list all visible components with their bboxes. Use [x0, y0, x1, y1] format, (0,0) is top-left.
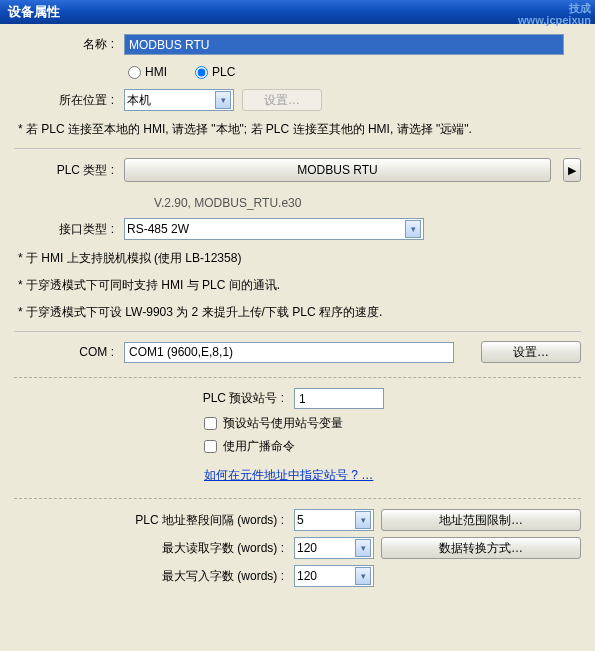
- divider: [14, 331, 581, 333]
- station-input[interactable]: [294, 388, 384, 409]
- radio-hmi[interactable]: HMI: [128, 65, 167, 79]
- chevron-down-icon: [355, 539, 371, 557]
- iface-select[interactable]: RS-485 2W: [124, 218, 424, 240]
- addr-write-label: 最大写入字数 (words) :: [14, 568, 294, 585]
- titlebar: 设备属性 技成 www.jcpeixun: [0, 0, 595, 24]
- plc-type-label: PLC 类型 :: [14, 162, 124, 179]
- plc-version-text: V.2.90, MODBUS_RTU.e30: [14, 192, 581, 218]
- divider: [14, 148, 581, 150]
- plc-type-button[interactable]: MODBUS RTU: [124, 158, 551, 182]
- addr-write-select[interactable]: 120: [294, 565, 374, 587]
- name-input[interactable]: [124, 34, 564, 55]
- divider-dashed: [14, 498, 581, 499]
- station-help-link[interactable]: 如何在元件地址中指定站号 ? …: [204, 467, 373, 484]
- location-select[interactable]: 本机: [124, 89, 234, 111]
- iface-label: 接口类型 :: [14, 221, 124, 238]
- location-label: 所在位置 :: [14, 92, 124, 109]
- radio-plc[interactable]: PLC: [195, 65, 235, 79]
- addr-read-label: 最大读取字数 (words) :: [14, 540, 294, 557]
- chevron-down-icon: [355, 567, 371, 585]
- station-label: PLC 预设站号 :: [14, 390, 294, 407]
- chevron-down-icon: [405, 220, 421, 238]
- addr-convert-button[interactable]: 数据转换方式…: [381, 537, 581, 559]
- note-location: * 若 PLC 连接至本地的 HMI, 请选择 "本地"; 若 PLC 连接至其…: [18, 121, 581, 138]
- note-passthrough1: * 于穿透模式下可同时支持 HMI 与 PLC 间的通讯.: [18, 277, 581, 294]
- cb-broadcast[interactable]: 使用广播命令: [204, 438, 581, 455]
- divider-dashed: [14, 377, 581, 378]
- addr-range-button[interactable]: 地址范围限制…: [381, 509, 581, 531]
- addr-interval-label: PLC 地址整段间隔 (words) :: [14, 512, 294, 529]
- chevron-down-icon: [355, 511, 371, 529]
- watermark: 技成 www.jcpeixun: [518, 2, 591, 26]
- note-offline: * 于 HMI 上支持脱机模拟 (使用 LB-12358): [18, 250, 581, 267]
- com-label: COM :: [14, 345, 124, 359]
- plc-type-next-button[interactable]: ▶: [563, 158, 581, 182]
- addr-interval-select[interactable]: 5: [294, 509, 374, 531]
- location-settings-button: 设置…: [242, 89, 322, 111]
- com-input: [124, 342, 454, 363]
- addr-read-select[interactable]: 120: [294, 537, 374, 559]
- name-label: 名称 :: [14, 36, 124, 53]
- com-settings-button[interactable]: 设置…: [481, 341, 581, 363]
- chevron-down-icon: [215, 91, 231, 109]
- window-title: 设备属性: [8, 4, 60, 19]
- cb-station-variable[interactable]: 预设站号使用站号变量: [204, 415, 581, 432]
- note-passthrough2: * 于穿透模式下可设 LW-9903 为 2 来提升上传/下载 PLC 程序的速…: [18, 304, 581, 321]
